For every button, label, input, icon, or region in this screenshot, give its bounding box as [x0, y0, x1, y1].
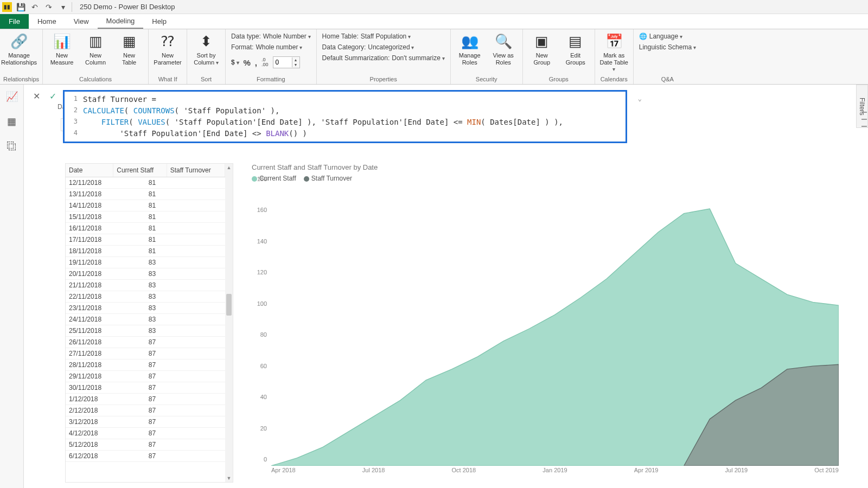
ribbon-tabs: File Home View Modeling Help	[0, 14, 868, 29]
sort-by-column-button[interactable]: ⬍Sort by Column	[190, 30, 222, 66]
format-dropdown[interactable]: Format: Whole number	[231, 43, 311, 51]
manage-roles-button[interactable]: 👥Manage Roles	[454, 30, 486, 66]
language-dropdown[interactable]: 🌐Language	[639, 33, 696, 40]
title-bar: ▮▮ 💾 ↶ ↷ ▾ 250 Demo - Power BI Desktop	[0, 0, 868, 14]
calendar-icon: 📅	[604, 31, 624, 51]
new-group-button[interactable]: ▣New Group	[526, 30, 558, 66]
decimals-input[interactable]	[273, 57, 292, 68]
summarization-dropdown[interactable]: Default Summarization:Don't summarize	[322, 54, 445, 62]
new-table-button[interactable]: ▦New Table	[113, 30, 145, 66]
column-icon: ▥	[86, 31, 105, 51]
decimals-spinner[interactable]: ▲▼	[273, 56, 300, 68]
view-as-roles-button[interactable]: 🔍View as Roles	[488, 30, 519, 66]
group-calendars-label: Calendars	[598, 75, 630, 84]
group-formatting-label: Formatting	[229, 75, 313, 84]
save-button[interactable]: 💾	[15, 2, 26, 12]
tab-view[interactable]: View	[65, 14, 98, 29]
new-parameter-button[interactable]: ⁇New Parameter	[152, 30, 183, 66]
new-group-icon: ▣	[532, 31, 552, 51]
percent-button[interactable]: %	[244, 58, 251, 67]
group-relationships-label: Relationships	[3, 75, 39, 84]
group-calculations-label: Calculations	[46, 75, 145, 84]
window-title: 250 Demo - Power BI Desktop	[80, 3, 175, 11]
data-category-dropdown[interactable]: Data Category:Uncategorized	[322, 43, 445, 51]
manage-roles-icon: 👥	[460, 31, 480, 51]
data-type-dropdown[interactable]: Data type: Whole Number	[231, 33, 311, 40]
ribbon: 🔗 Manage Relationships Relationships 📊Ne…	[0, 29, 868, 85]
parameter-icon: ⁇	[158, 31, 177, 51]
new-measure-button[interactable]: 📊New Measure	[46, 30, 78, 66]
tab-home[interactable]: Home	[29, 14, 65, 29]
undo-button[interactable]: ↶	[29, 2, 40, 12]
view-roles-icon: 🔍	[494, 31, 513, 51]
globe-icon: 🌐	[639, 33, 647, 40]
new-column-button[interactable]: ▥New Column	[80, 30, 111, 66]
manage-relationships-button[interactable]: 🔗 Manage Relationships	[3, 30, 35, 66]
group-properties-label: Properties	[320, 75, 447, 84]
thousands-button[interactable]: ,	[255, 58, 257, 67]
edit-groups-icon: ▤	[566, 31, 585, 51]
edit-groups-button[interactable]: ▤Edit Groups	[560, 30, 591, 66]
currency-button[interactable]: $	[231, 59, 239, 66]
redo-button[interactable]: ↷	[43, 2, 54, 12]
group-qa-label: Q&A	[637, 75, 698, 84]
tab-help[interactable]: Help	[143, 14, 175, 29]
app-icon: ▮▮	[2, 2, 12, 12]
linguistic-schema-dropdown[interactable]: Linguistic Schema	[639, 43, 696, 51]
home-table-dropdown[interactable]: Home Table:Staff Population	[322, 33, 445, 40]
table-icon: ▦	[119, 31, 139, 51]
group-security-label: Security	[454, 75, 519, 84]
tab-modeling[interactable]: Modeling	[98, 14, 144, 29]
spin-down[interactable]: ▼	[292, 62, 299, 67]
group-whatif-label: What If	[152, 75, 183, 84]
sort-icon: ⬍	[196, 31, 216, 51]
decimals-icon: .0 .00	[261, 57, 269, 67]
spin-up[interactable]: ▲	[292, 57, 299, 62]
relationships-icon: 🔗	[9, 31, 29, 51]
mark-date-table-button[interactable]: 📅Mark as Date Table	[598, 30, 630, 73]
tab-file[interactable]: File	[0, 14, 29, 29]
qat-customize[interactable]: ▾	[58, 2, 68, 12]
group-sort-label: Sort	[190, 75, 222, 84]
group-groups-label: Groups	[526, 75, 591, 84]
measure-icon: 📊	[52, 31, 72, 51]
